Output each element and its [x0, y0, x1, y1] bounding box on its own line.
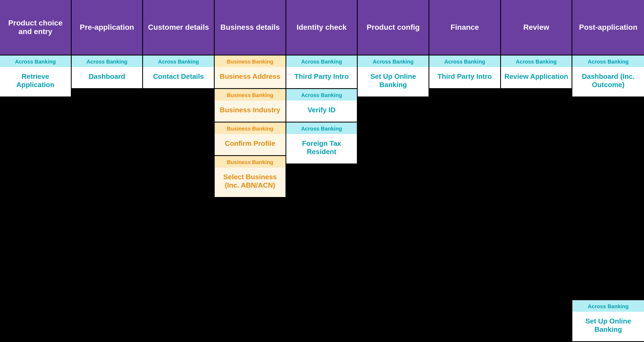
tag-setup-online-banking-config: Across Banking — [358, 55, 429, 67]
col-pre-application: Pre-application Across Banking Dashboard — [72, 0, 143, 342]
card-retrieve-application: Across Banking Retrieve Application — [0, 55, 71, 97]
header-post-application: Post-application — [572, 0, 644, 55]
tag-foreign-tax-resident: Across Banking — [286, 122, 357, 134]
fill-col8-mid2 — [572, 199, 644, 300]
tag-business-industry: Business Banking — [215, 89, 286, 101]
card-dashboard-inc-outcome: Across Banking Dashboard (Inc. Outcome) — [572, 55, 644, 97]
card-setup-online-banking-post: Across Banking Set Up Online Banking — [572, 300, 644, 342]
content-business-industry: Business Industry — [215, 101, 286, 122]
header-customer-details: Customer details — [143, 0, 214, 55]
fill-col0 — [0, 97, 71, 179]
fill-col0c — [0, 261, 71, 342]
col-finance: Finance Across Banking Third Party Intro — [429, 0, 501, 342]
card-third-party-intro-finance: Across Banking Third Party Intro — [429, 55, 500, 89]
col-review: Review Across Banking Review Application — [501, 0, 573, 342]
fill-col7 — [501, 89, 572, 173]
content-retrieve-application: Retrieve Application — [0, 67, 71, 96]
col-customer-details: Customer details Across Banking Contact … — [143, 0, 215, 342]
main-grid: Product choice and entry Across Banking … — [0, 0, 644, 342]
content-contact-details: Contact Details — [143, 67, 214, 88]
fill-col7b — [501, 173, 572, 258]
tag-setup-online-banking-post: Across Banking — [572, 300, 644, 312]
header-pre-application: Pre-application — [72, 0, 142, 55]
fill-col5 — [358, 97, 429, 179]
fill-col6b — [429, 173, 500, 258]
card-third-party-intro-identity: Across Banking Third Party Intro — [286, 55, 357, 89]
content-verify-id: Verify ID — [286, 101, 357, 122]
fill-col5b — [358, 179, 429, 260]
tag-contact-details: Across Banking — [143, 55, 214, 67]
col-identity-check: Identity check Across Banking Third Part… — [286, 0, 358, 342]
tag-confirm-profile: Business Banking — [215, 122, 286, 134]
card-review-application: Across Banking Review Application — [501, 55, 572, 89]
tag-retrieve-application: Across Banking — [0, 55, 71, 67]
tag-select-business: Business Banking — [215, 156, 286, 168]
fill-col8-mid1 — [572, 97, 644, 199]
fill-col2 — [143, 89, 214, 173]
header-finance: Finance — [429, 0, 500, 55]
content-select-business: Select Business (Inc. ABN/ACN) — [215, 168, 286, 197]
tag-third-party-intro-identity: Across Banking — [286, 55, 357, 67]
card-verify-id: Across Banking Verify ID — [286, 89, 357, 122]
fill-col2b — [143, 173, 214, 258]
fill-col6c — [429, 258, 500, 342]
content-confirm-profile: Confirm Profile — [215, 134, 286, 155]
content-review-application: Review Application — [501, 67, 572, 88]
col-business-details: Business details Business Banking Busine… — [215, 0, 286, 342]
fill-col2c — [143, 258, 214, 342]
tag-dashboard-inc-outcome: Across Banking — [572, 55, 644, 67]
content-third-party-intro-identity: Third Party Intro — [286, 67, 357, 88]
content-setup-online-banking-config: Set Up Online Banking — [358, 67, 429, 96]
fill-col1c — [72, 258, 142, 342]
card-business-address: Business Banking Business Address — [215, 55, 286, 89]
fill-col6 — [429, 89, 500, 173]
fill-col1 — [72, 89, 142, 173]
col-post-application: Post-application Across Banking Dashboar… — [572, 0, 644, 342]
card-business-industry: Business Banking Business Industry — [215, 89, 286, 122]
tag-business-address: Business Banking — [215, 55, 286, 67]
card-setup-online-banking-config: Across Banking Set Up Online Banking — [358, 55, 429, 97]
card-dashboard: Across Banking Dashboard — [72, 55, 142, 89]
header-identity-check: Identity check — [286, 0, 357, 55]
header-product-config: Product config — [358, 0, 429, 55]
content-business-address: Business Address — [215, 67, 286, 88]
tag-verify-id: Across Banking — [286, 89, 357, 101]
header-review: Review — [501, 0, 572, 55]
tag-review-application: Across Banking — [501, 55, 572, 67]
fill-col7c — [501, 258, 572, 342]
card-contact-details: Across Banking Contact Details — [143, 55, 214, 89]
header-product-choice: Product choice and entry — [0, 0, 71, 55]
col-product-config: Product config Across Banking Set Up Onl… — [358, 0, 429, 342]
tag-third-party-intro-finance: Across Banking — [429, 55, 500, 67]
fill-col5c — [358, 261, 429, 342]
content-dashboard: Dashboard — [72, 67, 142, 88]
content-setup-online-banking-post: Set Up Online Banking — [572, 312, 644, 341]
tag-dashboard: Across Banking — [72, 55, 142, 67]
content-foreign-tax-resident: Foreign Tax Resident — [286, 134, 357, 163]
col-product-choice: Product choice and entry Across Banking … — [0, 0, 72, 342]
fill-col1b — [72, 173, 142, 258]
content-third-party-intro-finance: Third Party Intro — [429, 67, 500, 88]
fill-col4 — [286, 164, 357, 342]
card-confirm-profile: Business Banking Confirm Profile — [215, 122, 286, 156]
card-foreign-tax-resident: Across Banking Foreign Tax Resident — [286, 122, 357, 164]
content-dashboard-inc-outcome: Dashboard (Inc. Outcome) — [572, 67, 644, 96]
card-select-business: Business Banking Select Business (Inc. A… — [215, 156, 286, 198]
header-business-details: Business details — [215, 0, 286, 55]
fill-col0b — [0, 179, 71, 260]
